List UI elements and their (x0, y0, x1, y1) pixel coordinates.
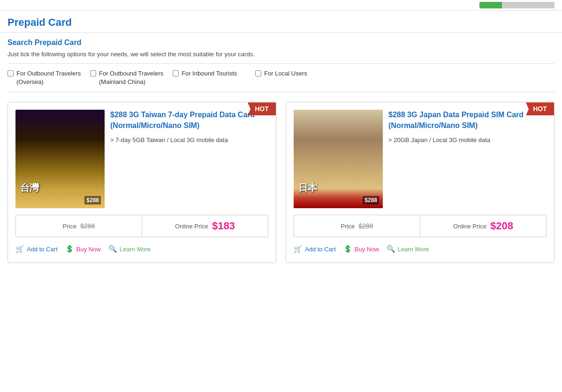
filter-option-local-users: For Local Users (255, 69, 330, 86)
search-section-title: Search Prepaid Card (8, 38, 554, 47)
filter-label-inbound-tourists[interactable]: For Inbound Tourists (182, 69, 237, 78)
filter-option-outbound-mainland: For Outbound Travelers(Mainland China) (90, 69, 165, 86)
main-content: Search Prepaid Card Just tick the follow… (0, 33, 562, 269)
taiwan-img (15, 110, 105, 208)
price-label-japan: Price (341, 223, 355, 230)
buy-now-button-japan[interactable]: 💲 Buy Now (343, 245, 379, 253)
price-row-japan: Price $288 Online Price $208 (294, 215, 547, 237)
add-to-cart-button-japan[interactable]: 🛒 Add to Cart (294, 245, 336, 253)
product-feature-taiwan: > 7-day 5GB Taiwan / Local 3G mobile dat… (110, 136, 268, 145)
filter-checkbox-outbound-mainland[interactable] (90, 70, 96, 76)
product-image-taiwan (15, 110, 105, 208)
progress-bar-fill (479, 2, 502, 8)
filter-label-local-users[interactable]: For Local Users (264, 69, 307, 78)
search-section: Search Prepaid Card Just tick the follow… (8, 38, 554, 92)
filter-label-outbound-oversea[interactable]: For Outbound Travelers(Oversea) (16, 69, 81, 86)
product-feature-japan: > 20GB Japan / Local 3G mobile data (388, 136, 547, 145)
page-title: Prepaid Card (8, 16, 554, 29)
filter-option-outbound-oversea: For Outbound Travelers(Oversea) (8, 69, 83, 86)
add-to-cart-label-taiwan: Add to Cart (27, 246, 58, 253)
add-to-cart-button-taiwan[interactable]: 🛒 Add to Cart (15, 245, 58, 253)
price-row-taiwan: Price $288 Online Price $183 (15, 215, 268, 237)
original-price-japan: $288 (358, 222, 373, 230)
product-info-taiwan: $288 3G Taiwan 7-day Prepaid Data Card (… (110, 110, 268, 208)
page-header: Prepaid Card (0, 11, 562, 33)
cart-icon-japan: 🛒 (294, 245, 303, 253)
japan-img (294, 110, 383, 208)
filter-checkbox-outbound-oversea[interactable] (8, 70, 14, 76)
learn-more-label-taiwan: Learn More (120, 246, 151, 253)
hot-badge-japan: HOT (526, 102, 554, 115)
add-to-cart-label-japan: Add to Cart (305, 246, 336, 253)
buynow-icon-taiwan: 💲 (65, 245, 74, 253)
progress-bar-container (479, 2, 554, 8)
price-cell-online-taiwan: Online Price $183 (142, 215, 268, 237)
product-top-taiwan: $288 3G Taiwan 7-day Prepaid Data Card (… (15, 110, 268, 208)
online-price-taiwan: $183 (212, 220, 235, 232)
filter-checkbox-local-users[interactable] (255, 70, 261, 76)
cart-icon-taiwan: 🛒 (15, 245, 24, 253)
price-cell-original-taiwan: Price $288 (16, 215, 142, 237)
learn-more-button-taiwan[interactable]: 🔍 Learn More (108, 245, 151, 253)
online-price-label-japan: Online Price (453, 223, 486, 230)
filter-row: For Outbound Travelers(Oversea) For Outb… (8, 63, 554, 92)
product-card-taiwan: HOT $288 3G Taiwan 7-day Prepaid Data Ca… (8, 102, 276, 263)
buy-now-label-japan: Buy Now (355, 246, 379, 253)
price-cell-original-japan: Price $288 (294, 215, 420, 237)
online-price-japan: $208 (490, 220, 513, 232)
learn-more-label-japan: Learn More (398, 246, 429, 253)
action-row-taiwan: 🛒 Add to Cart 💲 Buy Now 🔍 Learn More (15, 243, 268, 255)
hot-badge-taiwan: HOT (248, 102, 276, 115)
buynow-icon-japan: 💲 (343, 245, 352, 253)
products-grid: HOT $288 3G Taiwan 7-day Prepaid Data Ca… (8, 102, 554, 263)
action-row-japan: 🛒 Add to Cart 💲 Buy Now 🔍 Learn More (294, 243, 547, 255)
filter-label-outbound-mainland[interactable]: For Outbound Travelers(Mainland China) (99, 69, 163, 86)
product-name-japan: $288 3G Japan Data Prepaid SIM Card (Nor… (388, 110, 547, 131)
product-image-japan (294, 110, 383, 208)
price-label-taiwan: Price (63, 223, 77, 230)
top-bar (0, 0, 562, 11)
learn-icon-japan: 🔍 (387, 245, 395, 253)
filter-option-inbound-tourists: For Inbound Tourists (173, 69, 248, 86)
learn-icon-taiwan: 🔍 (108, 245, 117, 253)
original-price-taiwan: $288 (80, 222, 95, 230)
search-description: Just tick the following options for your… (8, 51, 554, 58)
learn-more-button-japan[interactable]: 🔍 Learn More (387, 245, 429, 253)
buy-now-label-taiwan: Buy Now (76, 246, 101, 253)
product-name-taiwan: $288 3G Taiwan 7-day Prepaid Data Card (… (110, 110, 268, 131)
online-price-label-taiwan: Online Price (175, 223, 208, 230)
buy-now-button-taiwan[interactable]: 💲 Buy Now (65, 245, 101, 253)
filter-checkbox-inbound-tourists[interactable] (173, 70, 179, 76)
product-card-japan: HOT $288 3G Japan Data Prepaid SIM Card … (286, 102, 554, 263)
product-info-japan: $288 3G Japan Data Prepaid SIM Card (Nor… (388, 110, 547, 208)
product-top-japan: $288 3G Japan Data Prepaid SIM Card (Nor… (294, 110, 547, 208)
price-cell-online-japan: Online Price $208 (420, 215, 546, 237)
